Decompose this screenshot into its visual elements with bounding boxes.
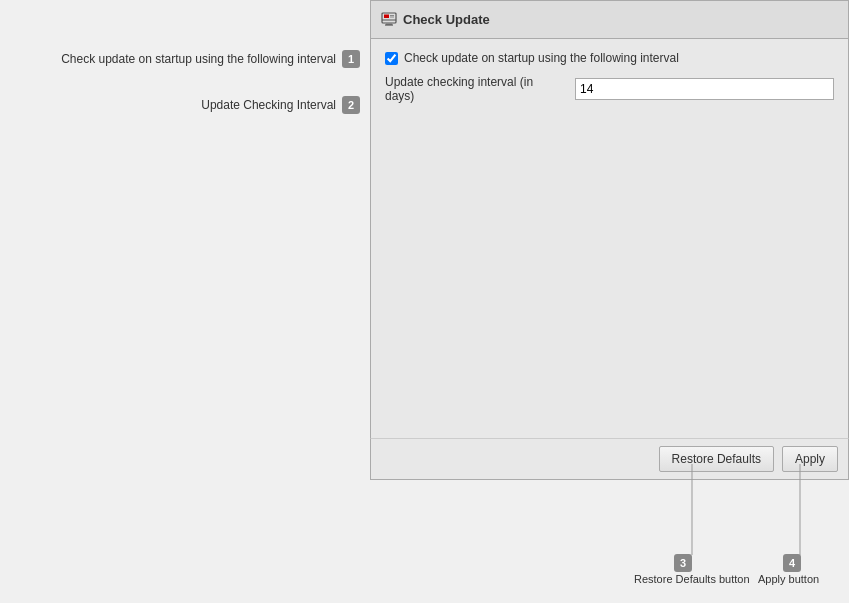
interval-label: Update checking interval (in days) (385, 75, 565, 103)
interval-row: Update checking interval (in days) (385, 75, 834, 103)
annotation-text-3: Restore Defaults button (634, 573, 750, 585)
apply-button[interactable]: Apply (782, 446, 838, 472)
badge-2: 2 (342, 96, 360, 114)
left-panel: Check update on startup using the follow… (0, 0, 370, 480)
checkbox-label[interactable]: Check update on startup using the follow… (404, 51, 679, 65)
annotation-text-4: Apply button (758, 573, 819, 585)
annotation-label-3: Restore Defaults button (634, 572, 750, 586)
label-row-2: Update Checking Interval 2 (10, 96, 360, 114)
interval-input[interactable] (575, 78, 834, 100)
annotation-4: 4 (783, 554, 801, 572)
badge-3: 3 (674, 554, 692, 572)
badge-1: 1 (342, 50, 360, 68)
startup-checkbox[interactable] (385, 52, 398, 65)
checkbox-row[interactable]: Check update on startup using the follow… (385, 51, 834, 65)
svg-rect-6 (390, 16, 394, 17)
panel-body: Check update on startup using the follow… (371, 39, 848, 480)
left-label-1: Check update on startup using the follow… (61, 52, 336, 66)
panel-footer: Restore Defaults Apply (370, 438, 849, 480)
main-panel: Check Update Check update on startup usi… (370, 0, 849, 480)
restore-defaults-button[interactable]: Restore Defaults (659, 446, 774, 472)
svg-rect-4 (384, 14, 389, 18)
annotation-label-4: Apply button (758, 572, 819, 586)
monitor-icon (381, 12, 397, 28)
panel-title: Check Update (403, 12, 490, 27)
badge-4: 4 (783, 554, 801, 572)
svg-rect-5 (390, 15, 394, 16)
label-row-1: Check update on startup using the follow… (10, 50, 360, 68)
panel-titlebar: Check Update (371, 1, 848, 39)
left-label-2: Update Checking Interval (201, 98, 336, 112)
annotation-3: 3 (674, 554, 692, 572)
